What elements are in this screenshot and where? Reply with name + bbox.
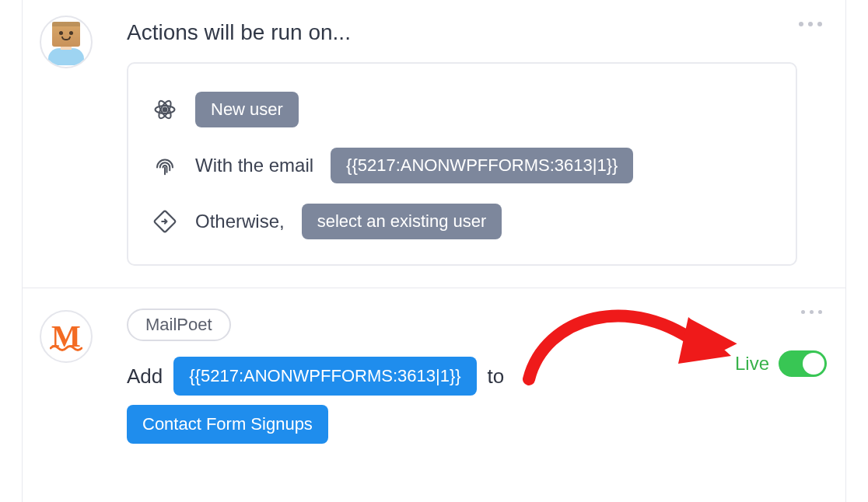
new-user-chip[interactable]: New user — [195, 92, 299, 127]
rule-row-otherwise: Otherwise, select an existing user — [152, 204, 772, 239]
action-token-chip[interactable]: {{5217:ANONWPFFORMS:3613|1}} — [173, 357, 476, 396]
select-existing-user-chip[interactable]: select an existing user — [302, 204, 502, 239]
actions-section-options-icon[interactable] — [794, 17, 827, 31]
action-sentence: Add {{5217:ANONWPFFORMS:3613|1}} to — [127, 357, 797, 396]
action-verb: Add — [127, 364, 163, 389]
svg-point-0 — [163, 108, 167, 112]
directions-icon — [152, 210, 178, 233]
mailpoet-section-options-icon[interactable] — [796, 305, 827, 319]
rule-row-with-email: With the email {{5217:ANONWPFFORMS:3613|… — [152, 148, 772, 183]
integration-tag[interactable]: MailPoet — [127, 309, 231, 341]
with-email-label: With the email — [195, 155, 313, 176]
actions-run-on-section: Actions will be run on... New user — [23, 0, 845, 288]
atom-icon — [152, 98, 178, 121]
email-token-chip[interactable]: {{5217:ANONWPFFORMS:3613|1}} — [331, 148, 633, 183]
mailpoet-action-section: M Live MailPoet Add {{5217:ANONWPFFORMS:… — [23, 288, 845, 465]
otherwise-label: Otherwise, — [195, 211, 285, 232]
status-live-label: Live — [735, 353, 769, 375]
action-list-chip[interactable]: Contact Form Signups — [127, 405, 328, 444]
rules-box: New user With the email {{5217:ANONWPFFO… — [127, 62, 797, 266]
user-avatar — [40, 16, 93, 68]
mailpoet-avatar: M — [40, 310, 93, 363]
action-joiner: to — [488, 364, 505, 389]
actions-section-title: Actions will be run on... — [127, 20, 797, 45]
live-toggle[interactable] — [779, 350, 827, 377]
rule-row-new-user: New user — [152, 92, 772, 127]
fingerprint-icon — [152, 154, 178, 177]
